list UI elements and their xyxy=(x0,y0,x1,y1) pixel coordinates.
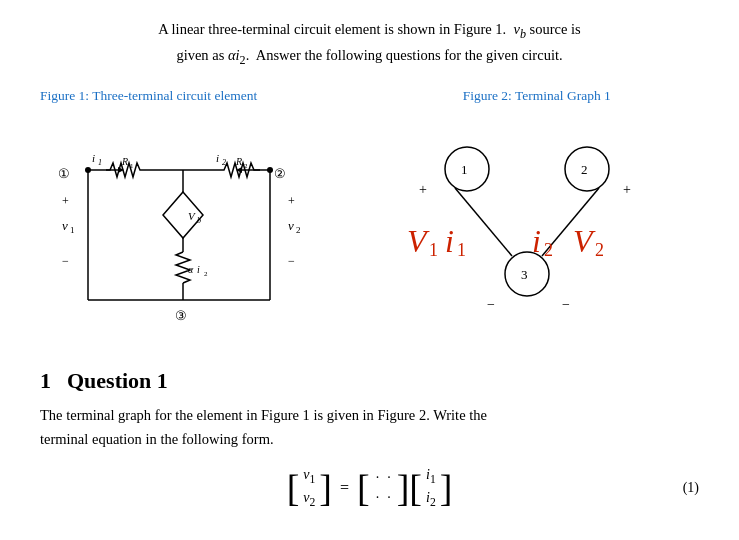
terminal-graph: 1 2 3 + + − − xyxy=(377,114,697,324)
svg-text:α: α xyxy=(188,264,194,275)
svg-text:+: + xyxy=(419,182,427,197)
intro-paragraph: A linear three-terminal circuit element … xyxy=(40,18,699,70)
equation-row: [ v1 v2 ] = [ · · · · ] [ i1 i2 ] (1) xyxy=(40,466,699,510)
svg-text:1: 1 xyxy=(429,240,438,260)
svg-text:1: 1 xyxy=(457,240,466,260)
figures-row: Figure 1: Three-terminal circuit element… xyxy=(40,88,699,340)
svg-text:v: v xyxy=(288,218,294,233)
svg-text:①: ① xyxy=(58,166,70,181)
circuit-diagram: ① i 1 R 1 i 2 R 2 xyxy=(40,110,350,340)
svg-text:i: i xyxy=(532,223,541,259)
lhs-matrix: v1 v2 xyxy=(299,466,319,510)
intro-line1: A linear three-terminal circuit element … xyxy=(158,21,580,37)
svg-text:2: 2 xyxy=(544,240,553,260)
lhs-row2: v2 xyxy=(303,489,315,510)
svg-text:−: − xyxy=(487,297,495,312)
svg-text:1: 1 xyxy=(70,225,75,235)
svg-text:V: V xyxy=(407,223,430,259)
svg-text:3: 3 xyxy=(521,267,528,282)
section-header: 1 Question 1 xyxy=(40,368,699,394)
rhs-row1: i1 xyxy=(426,466,436,487)
svg-text:②: ② xyxy=(274,166,286,181)
svg-text:+: + xyxy=(288,194,295,208)
rhs-right-bracket: ] xyxy=(440,469,453,507)
figure2-caption: Figure 2: Terminal Graph 1 xyxy=(463,88,611,104)
mid-left-bracket: [ xyxy=(357,469,370,507)
svg-text:2: 2 xyxy=(595,240,604,260)
svg-text:b: b xyxy=(197,216,201,225)
question-line1: The terminal graph for the element in Fi… xyxy=(40,407,487,423)
question-text: The terminal graph for the element in Fi… xyxy=(40,404,699,452)
lhs-row1: v1 xyxy=(303,466,315,487)
rhs-matrix: i1 i2 xyxy=(422,466,440,510)
svg-text:2: 2 xyxy=(296,225,301,235)
figure2-container: Figure 2: Terminal Graph 1 1 2 3 + + xyxy=(375,88,700,324)
figure1-caption: Figure 1: Three-terminal circuit element xyxy=(40,88,365,104)
lhs-right-bracket: ] xyxy=(319,469,332,507)
svg-text:+: + xyxy=(62,194,69,208)
svg-text:i: i xyxy=(197,264,200,275)
dots-row1: · · xyxy=(376,470,391,486)
svg-text:−: − xyxy=(62,254,69,268)
svg-text:−: − xyxy=(562,297,570,312)
figure1-container: Figure 1: Three-terminal circuit element… xyxy=(40,88,365,340)
dots-row2: · · xyxy=(376,490,391,506)
mid-right-bracket: ] xyxy=(397,469,410,507)
rhs-row2: i2 xyxy=(426,489,436,510)
svg-text:2: 2 xyxy=(581,162,588,177)
svg-text:v: v xyxy=(62,218,68,233)
equation-number: (1) xyxy=(683,480,699,496)
svg-text:2: 2 xyxy=(204,270,208,278)
svg-text:1: 1 xyxy=(98,158,102,167)
question-line2: terminal equation in the following form. xyxy=(40,431,274,447)
svg-text:1: 1 xyxy=(461,162,468,177)
lhs-left-bracket: [ xyxy=(287,469,300,507)
svg-text:−: − xyxy=(288,254,295,268)
section-number: 1 xyxy=(40,368,51,394)
equals-sign: = xyxy=(340,479,349,497)
svg-marker-18 xyxy=(163,192,203,238)
svg-text:V: V xyxy=(573,223,596,259)
svg-text:V: V xyxy=(188,210,196,222)
intro-line2: given as αi2. Answer the following quest… xyxy=(176,47,562,63)
mid-matrix: · · · · xyxy=(370,470,397,506)
rhs-left-bracket: [ xyxy=(409,469,422,507)
svg-text:+: + xyxy=(623,182,631,197)
section-title: Question 1 xyxy=(67,368,168,394)
svg-text:③: ③ xyxy=(175,308,187,323)
svg-text:i: i xyxy=(92,152,95,164)
svg-text:i: i xyxy=(216,152,219,164)
svg-text:i: i xyxy=(445,223,454,259)
